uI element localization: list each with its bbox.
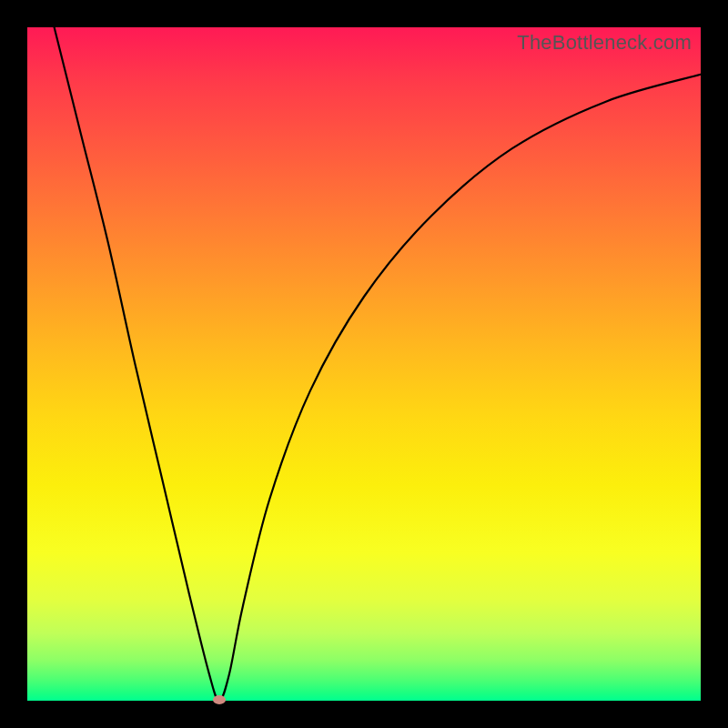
- optimum-marker: [213, 695, 226, 704]
- bottleneck-curve: [27, 27, 701, 701]
- chart-frame: TheBottleneck.com: [0, 0, 728, 728]
- plot-area: TheBottleneck.com: [27, 27, 701, 701]
